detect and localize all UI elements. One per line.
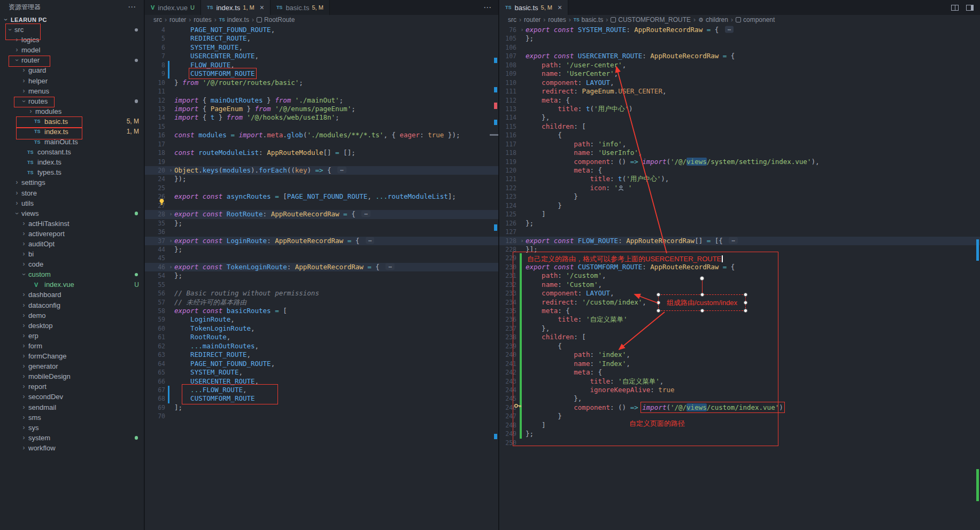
code-line-108[interactable]: 108 path: '/user-center', [499, 61, 980, 69]
breadcrumb-component[interactable]: component [736, 16, 775, 24]
tree-item-formChange[interactable]: ›formChange [0, 351, 144, 361]
tree-item-sms[interactable]: ›sms [0, 412, 144, 423]
tree-item-index.vue[interactable]: Vindex.vueU [0, 279, 144, 290]
tree-item-auditOpt[interactable]: ›auditOpt [0, 239, 144, 249]
code-line-66[interactable]: 66 USERCENTER_ROUTE, [145, 377, 498, 386]
tree-item-bi[interactable]: ›bi [0, 249, 144, 259]
resize-handle[interactable] [744, 309, 747, 313]
code-line-68[interactable]: 68 CUSTOMFORM_ROUTE [145, 394, 498, 403]
tree-item-constant.ts[interactable]: TSconstant.ts [0, 147, 144, 157]
close-icon[interactable]: × [260, 4, 264, 11]
code-line-55[interactable]: 55 [145, 280, 498, 289]
code-line-70[interactable]: 70 [145, 412, 498, 420]
code-line-245[interactable]: 245 }, [499, 394, 980, 403]
code-line-127[interactable]: 127 [499, 228, 980, 236]
code-line-25[interactable]: 25 [145, 184, 498, 192]
code-line-107[interactable]: 107export const USERCENTER_ROUTE: AppRou… [499, 52, 980, 60]
code-line-128[interactable]: 128›export const FLOW_ROUTE: AppRouteRec… [499, 237, 980, 245]
tree-item-dashboard[interactable]: ›dashboard [0, 290, 144, 300]
editor-more-actions-icon[interactable]: ⋯ [483, 3, 492, 12]
code-line-232[interactable]: 232 name: 'Custom', [499, 280, 980, 289]
code-line-62[interactable]: 62 ...mainOutRoutes, [145, 342, 498, 350]
tree-item-mainOut.ts[interactable]: TSmainOut.ts [0, 137, 144, 147]
code-line-45[interactable]: 45 [145, 254, 498, 262]
code-line-27[interactable]: 27 [145, 201, 498, 210]
code-line-124[interactable]: 124 } [499, 201, 980, 210]
resize-handle[interactable] [744, 301, 747, 305]
code-line-247[interactable]: 247 } [499, 412, 980, 420]
code-line-46[interactable]: 46›export const TokenLoginRoute: AppRout… [145, 263, 498, 271]
code-line-17[interactable]: 17 [145, 140, 498, 149]
tree-item-settings[interactable]: ›settings [0, 177, 144, 188]
code-line-240[interactable]: 240 path: 'index', [499, 350, 980, 359]
tree-item-sendmail[interactable]: ›sendmail [0, 402, 144, 412]
tree-item-actHiTaskinst[interactable]: ›actHiTaskinst [0, 219, 144, 229]
resize-handle[interactable] [700, 309, 704, 313]
code-line-119[interactable]: 119 component: () => import('/@/views/sy… [499, 158, 980, 166]
tree-item-generator[interactable]: ›generator [0, 361, 144, 371]
tree-item-index.ts[interactable]: TSindex.ts [0, 157, 144, 167]
code-line-126[interactable]: 126}; [499, 219, 980, 228]
code-line-65[interactable]: 65 SYSTEM_ROUTE, [145, 368, 498, 377]
code-line-6[interactable]: 6 SYSTEM_ROUTE, [145, 43, 498, 52]
code-line-28[interactable]: 28›export const RootRoute: AppRouteRecor… [145, 210, 498, 219]
tree-item-helper[interactable]: ›helper [0, 75, 144, 85]
code-line-18[interactable]: 18const routeModuleList: AppRouteModule[… [145, 149, 498, 157]
close-icon[interactable]: × [558, 4, 562, 11]
breadcrumb-CUSTOMFORM_ROUTE[interactable]: CUSTOMFORM_ROUTE [611, 16, 691, 24]
code-line-118[interactable]: 118 name: 'UserInfo', [499, 149, 980, 157]
code-line-121[interactable]: 121 title: t('用户中心'), [499, 175, 980, 183]
code-line-26[interactable]: 26export const asyncRoutes = [PAGE_NOT_F… [145, 192, 498, 201]
tree-item-system[interactable]: ›system [0, 433, 144, 443]
code-line-16[interactable]: 16const modules = import.meta.glob('./mo… [145, 131, 498, 139]
tree-item-workflow[interactable]: ›workflow [0, 443, 144, 453]
code-line-236[interactable]: 236 title: '自定义菜单' [499, 315, 980, 324]
tree-item-form[interactable]: ›form [0, 341, 144, 351]
code-line-242[interactable]: 242 meta: { [499, 368, 980, 377]
tab-index.ts[interactable]: TSindex.ts1, M× [201, 0, 271, 15]
code-line-57[interactable]: 57// 未经许可的基本路由 [145, 298, 498, 307]
code-line-116[interactable]: 116 { [499, 131, 980, 139]
tree-item-desktop[interactable]: ›desktop [0, 321, 144, 331]
code-line-8[interactable]: 8 FLOW_ROUTE, [145, 61, 498, 69]
tree-item-mobileDesign[interactable]: ›mobileDesign [0, 371, 144, 381]
resize-handle[interactable] [657, 301, 660, 305]
code-line-241[interactable]: 241 name: 'Index', [499, 360, 980, 368]
code-line-14[interactable]: 14import { t } from '/@/hooks/web/useI18… [145, 113, 498, 122]
code-line-19[interactable]: 19 [145, 158, 498, 166]
resize-handle[interactable] [700, 293, 704, 297]
code-line-106[interactable]: 106 [499, 43, 980, 52]
breadcrumb-basic.ts[interactable]: TSbasic.ts [574, 16, 604, 24]
tree-item-dataconfig[interactable]: ›dataconfig [0, 300, 144, 310]
fold-icon[interactable]: › [167, 263, 174, 271]
code-line-56[interactable]: 56// Basic routing without permissions [145, 289, 498, 298]
code-line-230[interactable]: 230export const CUSTOMFORM_ROUTE: AppRou… [499, 263, 980, 271]
code-line-76[interactable]: 76›export const SYSTEM_ROUTE: AppRouteRe… [499, 26, 980, 34]
rotate-handle[interactable] [700, 276, 704, 280]
code-line-231[interactable]: 231 path: '/custom', [499, 271, 980, 280]
code-line-243[interactable]: 243 title: '自定义菜单', [499, 377, 980, 386]
layout-icon[interactable] [966, 5, 974, 11]
code-line-250[interactable]: 250 [499, 439, 980, 447]
tree-item-types.ts[interactable]: TStypes.ts [0, 167, 144, 177]
code-line-111[interactable]: 111 redirect: PageEnum.USER_CENTER, [499, 87, 980, 96]
code-line-109[interactable]: 109 name: 'UserCenter', [499, 69, 980, 78]
code-line-58[interactable]: 58export const basicRoutes = [ [145, 307, 498, 315]
code-line-4[interactable]: 4 PAGE_NOT_FOUND_ROUTE, [145, 26, 498, 34]
code-line-37[interactable]: 37›export const LoginRoute: AppRouteReco… [145, 237, 498, 245]
code-line-237[interactable]: 237 }, [499, 324, 980, 333]
tree-item-modules[interactable]: ›modules [0, 106, 144, 116]
code-line-35[interactable]: 35}; [145, 219, 498, 228]
code-line-244[interactable]: 244 ignoreKeepAlive: true [499, 386, 980, 394]
code-line-24[interactable]: 24}); [145, 175, 498, 183]
code-line-110[interactable]: 110 component: LAYOUT, [499, 79, 980, 87]
tree-item-report[interactable]: ›report [0, 381, 144, 392]
code-line-228[interactable]: 228}]; [499, 245, 980, 254]
code-line-69[interactable]: 69]; [145, 403, 498, 412]
code-line-59[interactable]: 59 LoginRoute, [145, 315, 498, 324]
tree-item-custom[interactable]: ›custom [0, 269, 144, 279]
code-line-13[interactable]: 13import { PageEnum } from '/@/enums/pag… [145, 105, 498, 113]
tree-item-menus[interactable]: ›menus [0, 86, 144, 96]
breadcrumb-router[interactable]: router [169, 16, 186, 24]
code-line-44[interactable]: 44}; [145, 245, 498, 254]
